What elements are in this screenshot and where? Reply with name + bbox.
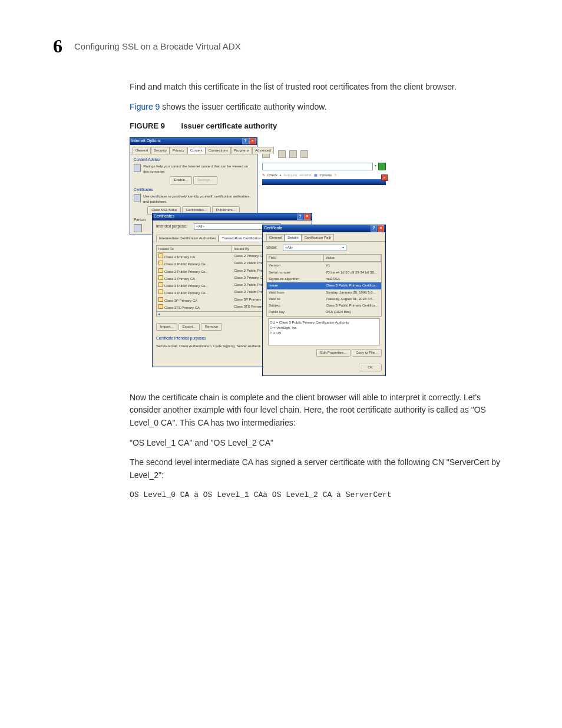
tab-programs[interactable]: Programs — [231, 147, 252, 154]
copy-to-file-button[interactable]: Copy to File... — [352, 349, 382, 357]
section-title: Configuring SSL on a Brocade Virtual ADX — [74, 41, 241, 51]
table-row-selected: IssuerClass 3 Public Primary Certifica..… — [267, 282, 381, 289]
table-row: SubjectClass 3 Public Primary Certifica.… — [267, 302, 381, 309]
tab-row: General Security Privacy Content Connect… — [130, 145, 257, 154]
edit-properties-button[interactable]: Edit Properties... — [316, 349, 351, 357]
col-issued-to[interactable]: Issued To — [157, 246, 232, 252]
help-icon[interactable]: ? — [242, 138, 249, 144]
paragraph: The second level intermediate CA has sig… — [130, 456, 507, 482]
paragraph-indented: "OS Level_1 CA" and "OS Level_2 CA" — [130, 437, 507, 450]
tab-connections[interactable]: Connections — [206, 147, 231, 154]
chapter-number: 6 — [53, 35, 62, 57]
tab-details[interactable]: Details — [285, 234, 301, 241]
go-arrow-icon[interactable]: ▾ — [375, 163, 376, 169]
titlebar: Certificate ?× — [263, 225, 385, 232]
chevron-down-icon: ▾ — [342, 245, 344, 251]
show-dropdown[interactable]: <All>▾ — [283, 245, 346, 251]
col-value[interactable]: Value — [324, 255, 381, 261]
tab-general[interactable]: General — [266, 234, 285, 241]
figure-screenshot: · ▾ ✎ Check ▪ AutoLink AutoFill ▦ — [130, 137, 386, 376]
tab-security[interactable]: Security — [151, 147, 170, 154]
toolbar-disabled-text: AutoFill — [300, 173, 312, 178]
profile-icon — [134, 224, 142, 232]
check-label[interactable]: Check — [267, 173, 277, 178]
settings-button: Settings... — [193, 176, 217, 184]
import-button[interactable]: Import... — [156, 323, 177, 331]
table-row: Valid fromSunday, January 28, 1996 5:0..… — [267, 289, 381, 296]
figure-title: Issuer certificate authority — [181, 121, 277, 130]
toolbar-icon: ✎ — [334, 173, 337, 178]
export-button[interactable]: Export... — [178, 323, 200, 331]
close-icon[interactable]: × — [249, 138, 256, 144]
tab-trusted-root-ca[interactable]: Trusted Root Certification A — [219, 235, 267, 242]
window-title: Certificates — [154, 213, 174, 220]
toolbar-disabled-text: AutoLink — [283, 173, 297, 178]
window-title: Certificate — [264, 225, 283, 232]
tab-general[interactable]: General — [133, 147, 151, 154]
toolbar-icon[interactable] — [278, 150, 286, 158]
tab-cert-path[interactable]: Certification Path — [302, 234, 335, 241]
text: shows the issuer certificate authority w… — [160, 102, 326, 111]
paragraph: Figure 9 shows the issuer certificate au… — [130, 101, 507, 114]
options-icon: ▦ — [314, 173, 318, 178]
cert-icon — [158, 268, 163, 273]
cert-icon — [158, 297, 163, 302]
body-area: Find and match this certificate in the l… — [130, 81, 507, 501]
table-row: Signature algorithmmd2RSA — [267, 276, 381, 282]
table-row: VersionV1 — [267, 262, 381, 269]
details-header: Field Value — [266, 254, 382, 262]
help-icon[interactable]: ? — [371, 225, 377, 232]
paragraph: Find and match this certificate in the l… — [130, 81, 507, 94]
close-icon[interactable]: × — [378, 225, 384, 232]
ok-button[interactable]: OK — [359, 364, 382, 371]
certificate-icon — [134, 194, 141, 202]
titlebar: Certificates ?× — [153, 213, 312, 220]
tab-intermediate-ca[interactable]: Intermediate Certification Authorities — [156, 235, 219, 242]
page-header: 6 Configuring SSL on a Brocade Virtual A… — [53, 35, 527, 57]
tab-advanced[interactable]: Advanced — [252, 147, 274, 154]
dropdown-value: <All> — [196, 225, 204, 228]
table-row: Serial number70 ba e4 1d 10 d9 29 34 b6 … — [267, 269, 381, 276]
intended-purpose-label: Intended purpose: — [156, 224, 187, 228]
cert-icon — [158, 282, 163, 287]
abc-icon: ✎ — [262, 173, 265, 178]
table-row: Valid toTuesday, August 01, 2028 4:5... — [267, 296, 381, 302]
window-title: Internet Options — [131, 138, 161, 144]
cert-icon — [158, 304, 163, 309]
titlebar: Internet Options ?× — [130, 138, 257, 145]
go-button[interactable] — [378, 163, 386, 170]
figure-ref-link[interactable]: Figure 9 — [130, 102, 160, 111]
table-row: Public keyRSA (1024 Bits) — [267, 309, 381, 315]
certificate-details-window: Certificate ?× General Details Certifica… — [262, 225, 386, 376]
help-icon[interactable]: ? — [297, 213, 303, 220]
certificates-label: Certificates — [134, 187, 253, 193]
enable-button[interactable]: Enable... — [170, 176, 192, 184]
content-advisor-text: Ratings help you control the Internet co… — [143, 164, 253, 175]
cert-icon — [158, 253, 163, 258]
close-icon[interactable]: × — [304, 213, 310, 220]
details-list[interactable]: VersionV1 Serial number70 ba e4 1d 10 d9… — [266, 262, 382, 316]
content-advisor-icon — [134, 164, 141, 172]
figure-label: FIGURE 9 — [130, 121, 165, 130]
tab-privacy[interactable]: Privacy — [170, 147, 187, 154]
remove-button[interactable]: Remove — [201, 323, 222, 331]
code-block: OS Level_0 CA à OS Level_1 CAà OS Level_… — [130, 489, 507, 501]
options-link[interactable]: Options — [320, 173, 332, 178]
detail-textbox[interactable]: OU = Class 3 Public Primary Certificatio… — [268, 318, 380, 345]
content-advisor-label: Content Advisor — [134, 157, 253, 163]
close-icon[interactable]: × — [381, 174, 388, 181]
figure-caption: FIGURE 9 Issuer certificate authority — [130, 120, 507, 132]
show-label: Show: — [266, 245, 277, 249]
cert-icon — [158, 289, 163, 294]
col-field[interactable]: Field — [267, 255, 324, 261]
url-field[interactable] — [262, 163, 373, 170]
toolbar-icon[interactable] — [300, 150, 308, 158]
cert-icon — [158, 261, 163, 265]
certificates-text: Use certificates to positively identify … — [143, 194, 253, 205]
toolbar-icon[interactable] — [289, 150, 297, 158]
dropdown-value: <All> — [285, 246, 293, 249]
tab-content[interactable]: Content — [187, 147, 206, 154]
paragraph: Now the certificate chain is complete an… — [130, 391, 507, 430]
document-page: 6 Configuring SSL on a Brocade Virtual A… — [0, 0, 562, 728]
browser-toolbar-fragment: · ▾ ✎ Check ▪ AutoLink AutoFill ▦ — [262, 150, 386, 183]
